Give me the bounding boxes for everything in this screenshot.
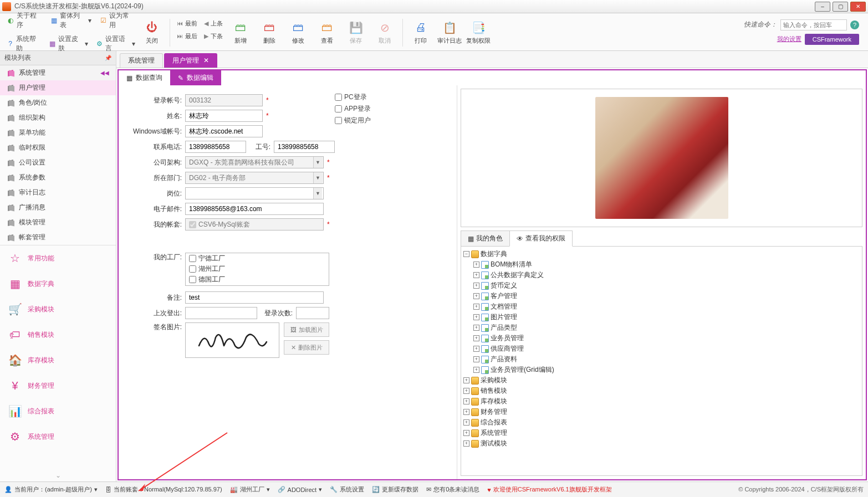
app-login-checkbox[interactable]: APP登录 — [335, 104, 371, 114]
tree-node[interactable]: +BOM物料清单 — [473, 259, 860, 270]
sidebar-group-system[interactable]: 系统管理 ◀◀ — [0, 65, 116, 80]
expand-icon[interactable]: + — [463, 440, 469, 447]
subtab-edit[interactable]: ✎数据编辑 — [170, 70, 221, 85]
tree-node[interactable]: +业务员管理 — [473, 333, 860, 344]
factory-item[interactable]: 南阳工厂 — [186, 285, 329, 286]
sidebar-item-10[interactable]: 帐套管理 — [0, 230, 116, 245]
tree-node[interactable]: +系统管理 — [463, 428, 860, 438]
expand-icon[interactable]: + — [473, 346, 479, 352]
expand-icon[interactable]: + — [473, 325, 479, 331]
expand-icon[interactable]: + — [463, 409, 469, 415]
tree-node[interactable]: +货币定义 — [473, 280, 860, 291]
save-button[interactable]: 💾保存 — [343, 19, 369, 46]
tab-my-roles[interactable]: ▦我的角色 — [461, 230, 510, 246]
sidebar-module-2[interactable]: 🛒采购模块 — [0, 296, 116, 322]
maximize-button[interactable]: ▢ — [833, 2, 848, 12]
status-user[interactable]: 👤当前用户：(admin-超级用户) ▾ — [4, 485, 98, 494]
expand-icon[interactable]: + — [473, 293, 479, 299]
factory-list[interactable]: 宁德工厂湖州工厂德国工厂南阳工厂 — [185, 253, 329, 286]
formlist-button[interactable]: ▦窗体列表 ▾ — [48, 10, 94, 31]
expand-icon[interactable]: − — [463, 251, 469, 257]
sidebar-module-1[interactable]: ▦数据字典 — [0, 271, 116, 296]
expand-icon[interactable]: + — [473, 356, 479, 362]
add-button[interactable]: 🗃新增 — [227, 19, 254, 46]
sidebar-module-4[interactable]: 🏠库存模块 — [0, 347, 116, 373]
sidebar-item-4[interactable]: 临时权限 — [0, 140, 116, 155]
sidebar-item-6[interactable]: 系统参数 — [0, 170, 116, 185]
sidebar-module-3[interactable]: 🏷销售模块 — [0, 322, 116, 347]
sidebar-item-2[interactable]: 组织架构 — [0, 110, 116, 125]
nav-last-button[interactable]: ⏭最后 — [175, 32, 200, 41]
expand-icon[interactable]: + — [473, 283, 479, 289]
sidebar-item-8[interactable]: 广播消息 — [0, 200, 116, 215]
expand-icon[interactable]: + — [463, 430, 469, 436]
sidebar-expand-icon[interactable]: ⌄ — [0, 469, 116, 481]
load-image-button[interactable]: 🖼加载图片 — [284, 322, 329, 337]
tree-node[interactable]: +文档管理 — [473, 301, 860, 312]
tree-node[interactable]: +财务管理 — [463, 407, 860, 417]
expand-icon[interactable]: + — [463, 419, 469, 426]
factory-item[interactable]: 德国工厂 — [186, 274, 329, 285]
setdefault-button[interactable]: ☑设为常用 — [97, 10, 137, 31]
sidebar-item-1[interactable]: 角色/岗位 — [0, 95, 116, 110]
remark-input[interactable] — [185, 291, 324, 304]
expand-icon[interactable]: + — [473, 367, 479, 373]
tab-user[interactable]: 用户管理✕ — [164, 53, 217, 68]
lock-user-checkbox[interactable]: 锁定用户 — [335, 116, 371, 125]
help-icon[interactable]: ? — [850, 21, 859, 29]
status-cache[interactable]: 🔄更新缓存数据 — [372, 485, 418, 494]
email-input[interactable] — [185, 203, 324, 215]
expand-icon[interactable]: + — [463, 398, 469, 404]
factory-item[interactable]: 湖州工厂 — [186, 264, 329, 274]
my-settings-link[interactable]: 我的设置 — [777, 35, 801, 43]
expand-icon[interactable]: + — [463, 377, 469, 383]
close-form-button[interactable]: ⏻关闭 — [139, 19, 165, 46]
pin-icon[interactable]: 📌 — [105, 55, 111, 61]
sidebar-item-7[interactable]: 审计日志 — [0, 185, 116, 200]
tree-node[interactable]: +综合报表 — [463, 417, 860, 428]
tab-view-permissions[interactable]: 👁查看我的权限 — [509, 230, 573, 247]
tree-node[interactable]: −数据字典 — [463, 249, 860, 259]
tree-node[interactable]: +供应商管理 — [473, 344, 860, 354]
minimize-button[interactable]: – — [815, 2, 830, 12]
login-input[interactable] — [185, 94, 263, 106]
permission-tree[interactable]: −数据字典+BOM物料清单+公共数据字典定义+货币定义+客户管理+文档管理+图片… — [461, 247, 862, 476]
status-settings[interactable]: 🔧系统设置 — [330, 485, 364, 494]
tree-node[interactable]: +业务员管理(Grid编辑) — [473, 365, 860, 375]
sidebar-item-5[interactable]: 公司设置 — [0, 155, 116, 170]
company-combo[interactable]: DGXQ - 东莞喜鹊网络科技有限公司▼ — [185, 156, 324, 168]
windows-account-input[interactable] — [185, 125, 263, 137]
status-ado[interactable]: 🔗ADODirect ▾ — [278, 486, 323, 493]
quick-command-input[interactable] — [780, 19, 847, 30]
post-combo[interactable]: ▼ — [185, 187, 324, 199]
tree-node[interactable]: +库存模块 — [463, 396, 860, 407]
cancel-button[interactable]: ⊘取消 — [371, 19, 398, 46]
about-button[interactable]: ◐关于程序 — [4, 10, 45, 31]
dept-combo[interactable]: DG02 - 电子商务部▼ — [185, 172, 324, 184]
factory-checkbox[interactable] — [189, 276, 196, 283]
sidebar-item-3[interactable]: 菜单功能 — [0, 125, 116, 140]
pc-login-checkbox[interactable]: PC登录 — [335, 93, 371, 102]
delete-image-button[interactable]: ✕删除图片 — [284, 340, 329, 355]
tree-node[interactable]: +客户管理 — [473, 291, 860, 301]
tree-node[interactable]: +公共数据字典定义 — [473, 270, 860, 280]
name-input[interactable] — [185, 110, 263, 122]
sidebar-item-9[interactable]: 模块管理 — [0, 215, 116, 230]
workno-input[interactable] — [274, 141, 335, 153]
logincount-input[interactable] — [296, 307, 329, 319]
status-factory[interactable]: 🏭湖州工厂 ▾ — [230, 485, 270, 494]
expand-icon[interactable]: + — [473, 335, 479, 341]
lastlogin-input[interactable] — [185, 307, 257, 319]
expand-icon[interactable]: + — [463, 388, 469, 394]
expand-icon[interactable]: + — [473, 314, 479, 320]
tab-system[interactable]: 系统管理 — [120, 53, 163, 68]
nav-first-button[interactable]: ⏮最前 — [175, 19, 200, 28]
factory-checkbox[interactable] — [189, 255, 196, 262]
delete-button[interactable]: 🗃删除 — [256, 19, 283, 46]
sidebar-module-0[interactable]: ☆常用功能 — [0, 245, 116, 271]
subtab-query[interactable]: ▦数据查询 — [119, 70, 170, 85]
sidebar-item-0[interactable]: 用户管理 — [0, 80, 116, 95]
audit-button[interactable]: 📋审计日志 — [436, 19, 463, 46]
tree-node[interactable]: +图片管理 — [473, 312, 860, 322]
expand-icon[interactable]: + — [473, 262, 479, 268]
